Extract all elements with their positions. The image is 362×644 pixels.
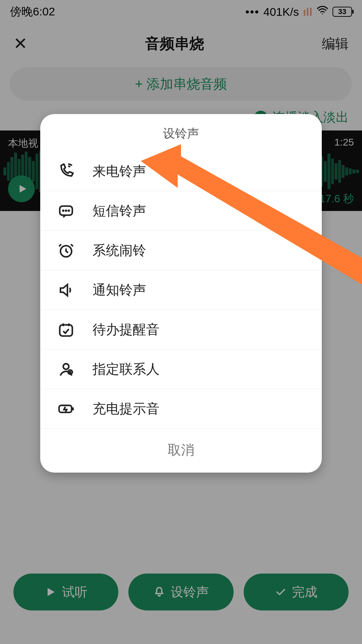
person-add-icon	[57, 361, 75, 378]
option-incoming-call[interactable]: 来电铃声	[40, 151, 322, 191]
option-charging[interactable]: 充电提示音	[40, 389, 322, 428]
option-label: 待办提醒音	[93, 320, 160, 339]
option-contact[interactable]: 指定联系人	[40, 349, 322, 389]
option-label: 充电提示音	[93, 399, 160, 418]
option-alarm[interactable]: 系统闹铃	[40, 230, 322, 270]
svg-point-6	[63, 364, 69, 369]
option-label: 系统闹铃	[93, 241, 146, 260]
chat-icon	[57, 203, 75, 219]
modal-overlay[interactable]: 设铃声 来电铃声 短信铃声 系统闹铃 通知铃声	[0, 0, 362, 644]
cancel-button[interactable]: 取消	[40, 428, 322, 473]
speaker-icon	[57, 282, 75, 299]
ringtone-action-sheet: 设铃声 来电铃声 短信铃声 系统闹铃 通知铃声	[40, 114, 322, 473]
svg-point-2	[66, 210, 67, 211]
option-reminder[interactable]: 待办提醒音	[40, 310, 322, 349]
clock-icon	[57, 242, 75, 259]
battery-charging-icon	[57, 400, 75, 417]
svg-point-1	[63, 210, 64, 211]
option-label: 通知铃声	[93, 281, 146, 299]
calendar-check-icon	[57, 321, 75, 338]
sheet-title: 设铃声	[40, 114, 322, 151]
svg-point-3	[68, 210, 69, 211]
svg-rect-5	[60, 325, 72, 336]
option-label: 来电铃声	[93, 162, 146, 180]
option-label: 短信铃声	[93, 202, 146, 220]
option-sms[interactable]: 短信铃声	[40, 191, 322, 230]
option-notification[interactable]: 通知铃声	[40, 270, 322, 310]
option-label: 指定联系人	[93, 360, 160, 378]
phone-icon	[57, 163, 75, 179]
